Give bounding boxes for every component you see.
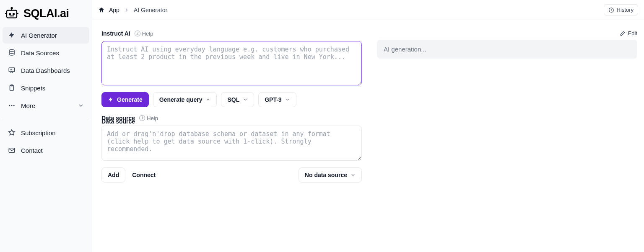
model-dropdown[interactable]: GPT-3 (258, 92, 296, 107)
svg-point-8 (9, 105, 10, 106)
history-button[interactable]: History (604, 4, 638, 15)
connect-button[interactable]: Connect (130, 168, 158, 182)
topbar: App AI Generator History (92, 0, 644, 20)
datasource-help[interactable]: i Help (139, 115, 158, 121)
instruct-help-label: Help (142, 31, 153, 37)
datasource-input[interactable] (101, 126, 362, 161)
connect-label: Connect (132, 172, 156, 178)
sidebar-item-label: Contact (21, 147, 43, 154)
star-icon (8, 129, 16, 137)
svg-point-9 (11, 105, 13, 106)
generation-placeholder: AI generation... (384, 46, 426, 53)
brand-name: SQLAI.ai (23, 7, 69, 20)
sidebar-item-snippets[interactable]: Snippets (3, 80, 89, 96)
datasource-selected-label: No data source (305, 172, 347, 178)
breadcrumb: App AI Generator (98, 7, 167, 13)
right-pane: Edit AI generation... (377, 30, 637, 242)
svg-point-4 (9, 50, 14, 52)
chevron-down-icon (351, 172, 356, 177)
svg-point-10 (13, 105, 15, 106)
datasource-help-label: Help (147, 115, 158, 121)
datasource-action-row: Add Connect No data source (101, 167, 362, 183)
sidebar-divider (3, 119, 89, 119)
edit-label: Edit (628, 30, 637, 36)
generate-query-label: Generate query (159, 96, 203, 103)
datasource-label-row-real: Data source i Help (101, 115, 362, 121)
sidebar-item-data-dashboards[interactable]: Data Dashboards (3, 62, 89, 79)
breadcrumb-current: AI Generator (134, 7, 167, 13)
action-row: Generate Generate query SQL (101, 92, 362, 107)
sidebar-item-label: Data Dashboards (21, 67, 70, 74)
history-label: History (617, 7, 634, 13)
svg-point-1 (9, 13, 10, 15)
svg-point-3 (11, 8, 13, 9)
svg-point-2 (13, 13, 14, 15)
edit-icon (620, 31, 626, 36)
right-toolbar: Edit (377, 30, 637, 36)
main: App AI Generator History Instruct AI (92, 0, 644, 252)
brand-robot-icon (4, 6, 19, 21)
sidebar-item-label: Data Sources (21, 49, 59, 57)
info-icon: i (139, 115, 145, 121)
datasource-label-text: Data source (101, 115, 135, 121)
language-label: SQL (227, 96, 239, 103)
chevron-down-icon (205, 97, 210, 102)
generate-query-dropdown[interactable]: Generate query (153, 92, 217, 107)
instruct-label-row: Instruct AI i Help (101, 30, 362, 37)
presentation-icon (8, 66, 16, 75)
database-icon (8, 49, 16, 57)
language-dropdown[interactable]: SQL (221, 92, 254, 107)
chevron-down-icon (285, 97, 290, 102)
sidebar-item-label: Snippets (21, 85, 45, 92)
svg-rect-0 (7, 10, 17, 18)
sidebar-item-contact[interactable]: Contact (3, 142, 89, 159)
instruct-label: Instruct AI (101, 30, 130, 37)
sidebar-item-ai-generator[interactable]: AI Generator (3, 27, 89, 44)
generate-button[interactable]: Generate (101, 92, 149, 107)
add-button[interactable]: Add (101, 167, 125, 183)
sidebar-item-label: More (21, 102, 35, 109)
chevron-down-icon (78, 102, 84, 109)
instruct-input[interactable] (101, 41, 362, 85)
sidebar-nav: AI Generator Data Sources Data Dashboard… (0, 27, 92, 159)
mail-icon (8, 146, 16, 154)
sidebar-item-label: Subscription (21, 129, 56, 136)
bolt-icon (8, 31, 16, 39)
bolt-icon (108, 97, 114, 103)
edit-button[interactable]: Edit (620, 30, 637, 36)
history-icon (608, 7, 614, 13)
sidebar: SQLAI.ai AI Generator Data Sources (0, 0, 92, 252)
breadcrumb-root[interactable]: App (109, 7, 119, 13)
generation-output: AI generation... (377, 40, 637, 59)
dots-icon (8, 101, 16, 110)
datasource-section: Data source Data source document.current… (101, 118, 362, 183)
sidebar-item-more[interactable]: More (3, 97, 89, 114)
generate-label: Generate (117, 96, 143, 103)
sidebar-item-label: AI Generator (21, 32, 57, 39)
brand: SQLAI.ai (0, 3, 92, 27)
content: Instruct AI i Help Generate (92, 20, 644, 252)
home-icon[interactable] (98, 7, 105, 13)
sidebar-item-subscription[interactable]: Subscription (3, 124, 89, 141)
model-label: GPT-3 (265, 96, 281, 103)
chevron-right-icon (124, 7, 130, 13)
datasource-select[interactable]: No data source (299, 167, 362, 183)
sidebar-item-data-sources[interactable]: Data Sources (3, 44, 89, 61)
add-label: Add (108, 172, 119, 178)
chevron-down-icon (243, 97, 248, 102)
clipboard-icon (8, 84, 16, 92)
info-icon: i (135, 31, 140, 36)
left-pane: Instruct AI i Help Generate (101, 30, 362, 242)
instruct-help[interactable]: i Help (135, 31, 153, 37)
